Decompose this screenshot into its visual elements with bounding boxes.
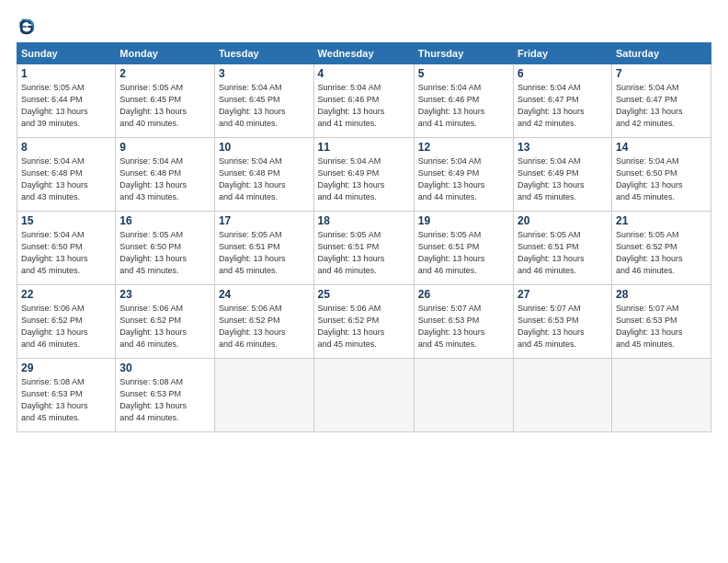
day-number: 13 (518, 141, 608, 154)
cell-info: Sunrise: 5:05 AMSunset: 6:51 PMDaylight:… (318, 229, 410, 277)
cell-info: Sunrise: 5:04 AMSunset: 6:48 PMDaylight:… (21, 155, 111, 203)
day-number: 14 (616, 141, 707, 154)
week-row-5: 29Sunrise: 5:08 AMSunset: 6:53 PMDayligh… (17, 359, 711, 432)
cell-info: Sunrise: 5:04 AMSunset: 6:47 PMDaylight:… (616, 82, 707, 130)
calendar-cell: 24Sunrise: 5:06 AMSunset: 6:52 PMDayligh… (214, 285, 313, 359)
day-number: 22 (21, 288, 111, 301)
calendar-cell: 13Sunrise: 5:04 AMSunset: 6:49 PMDayligh… (514, 138, 612, 212)
day-number: 3 (219, 67, 310, 80)
cell-info: Sunrise: 5:06 AMSunset: 6:52 PMDaylight:… (219, 303, 310, 350)
calendar-cell: 30Sunrise: 5:08 AMSunset: 6:53 PMDayligh… (116, 359, 215, 432)
calendar-cell: 17Sunrise: 5:05 AMSunset: 6:51 PMDayligh… (214, 212, 313, 285)
header (17, 17, 711, 37)
day-number: 24 (219, 288, 310, 301)
calendar-cell: 3Sunrise: 5:04 AMSunset: 6:45 PMDaylight… (214, 64, 313, 138)
page: SundayMondayTuesdayWednesdayThursdayFrid… (0, 0, 728, 563)
calendar-cell: 28Sunrise: 5:07 AMSunset: 6:53 PMDayligh… (611, 285, 711, 359)
cell-info: Sunrise: 5:08 AMSunset: 6:53 PMDaylight:… (21, 376, 111, 424)
cell-info: Sunrise: 5:05 AMSunset: 6:51 PMDaylight:… (219, 229, 310, 277)
calendar-cell: 26Sunrise: 5:07 AMSunset: 6:53 PMDayligh… (414, 285, 513, 359)
day-number: 17 (219, 214, 310, 227)
calendar-cell: 15Sunrise: 5:04 AMSunset: 6:50 PMDayligh… (17, 212, 116, 285)
cell-info: Sunrise: 5:05 AMSunset: 6:51 PMDaylight:… (518, 229, 608, 277)
cell-info: Sunrise: 5:04 AMSunset: 6:50 PMDaylight:… (616, 155, 707, 203)
cell-info: Sunrise: 5:07 AMSunset: 6:53 PMDaylight:… (418, 303, 509, 350)
calendar-cell: 21Sunrise: 5:05 AMSunset: 6:52 PMDayligh… (611, 212, 711, 285)
calendar-cell: 10Sunrise: 5:04 AMSunset: 6:48 PMDayligh… (214, 138, 313, 212)
day-number: 4 (318, 67, 410, 80)
week-row-4: 22Sunrise: 5:06 AMSunset: 6:52 PMDayligh… (17, 285, 711, 359)
week-row-1: 1Sunrise: 5:05 AMSunset: 6:44 PMDaylight… (17, 64, 711, 138)
day-number: 10 (219, 141, 310, 154)
cell-info: Sunrise: 5:05 AMSunset: 6:52 PMDaylight:… (616, 229, 707, 277)
col-header-sunday: Sunday (17, 43, 116, 64)
calendar-cell: 22Sunrise: 5:06 AMSunset: 6:52 PMDayligh… (17, 285, 116, 359)
cell-info: Sunrise: 5:04 AMSunset: 6:48 PMDaylight:… (219, 155, 310, 203)
cell-info: Sunrise: 5:04 AMSunset: 6:49 PMDaylight:… (318, 155, 410, 203)
day-number: 5 (418, 67, 509, 80)
calendar-cell: 6Sunrise: 5:04 AMSunset: 6:47 PMDaylight… (514, 64, 612, 138)
cell-info: Sunrise: 5:05 AMSunset: 6:50 PMDaylight:… (119, 229, 210, 277)
day-number: 28 (616, 288, 707, 301)
calendar-table: SundayMondayTuesdayWednesdayThursdayFrid… (17, 42, 711, 432)
day-number: 25 (318, 288, 410, 301)
logo-icon (17, 17, 37, 37)
calendar-cell: 12Sunrise: 5:04 AMSunset: 6:49 PMDayligh… (414, 138, 513, 212)
calendar-cell: 8Sunrise: 5:04 AMSunset: 6:48 PMDaylight… (17, 138, 116, 212)
cell-info: Sunrise: 5:05 AMSunset: 6:45 PMDaylight:… (119, 82, 210, 130)
cell-info: Sunrise: 5:04 AMSunset: 6:50 PMDaylight:… (21, 229, 111, 277)
day-number: 1 (21, 67, 111, 80)
calendar-cell: 5Sunrise: 5:04 AMSunset: 6:46 PMDaylight… (414, 64, 513, 138)
cell-info: Sunrise: 5:04 AMSunset: 6:49 PMDaylight:… (518, 155, 608, 203)
col-header-thursday: Thursday (414, 43, 513, 64)
day-number: 12 (418, 141, 509, 154)
cell-info: Sunrise: 5:07 AMSunset: 6:53 PMDaylight:… (616, 303, 707, 350)
day-number: 21 (616, 214, 707, 227)
calendar-cell: 16Sunrise: 5:05 AMSunset: 6:50 PMDayligh… (116, 212, 215, 285)
cell-info: Sunrise: 5:04 AMSunset: 6:45 PMDaylight:… (219, 82, 310, 130)
cell-info: Sunrise: 5:04 AMSunset: 6:46 PMDaylight:… (418, 82, 509, 130)
calendar-cell: 25Sunrise: 5:06 AMSunset: 6:52 PMDayligh… (313, 285, 414, 359)
calendar-cell (313, 359, 414, 432)
calendar-cell: 4Sunrise: 5:04 AMSunset: 6:46 PMDaylight… (313, 64, 414, 138)
col-header-wednesday: Wednesday (313, 43, 414, 64)
day-number: 27 (518, 288, 608, 301)
cell-info: Sunrise: 5:04 AMSunset: 6:46 PMDaylight:… (318, 82, 410, 130)
day-number: 30 (119, 362, 210, 374)
cell-info: Sunrise: 5:08 AMSunset: 6:53 PMDaylight:… (119, 376, 210, 424)
day-number: 6 (518, 67, 608, 80)
calendar-cell: 7Sunrise: 5:04 AMSunset: 6:47 PMDaylight… (611, 64, 711, 138)
calendar-cell: 19Sunrise: 5:05 AMSunset: 6:51 PMDayligh… (414, 212, 513, 285)
cell-info: Sunrise: 5:04 AMSunset: 6:48 PMDaylight:… (119, 155, 210, 203)
day-number: 2 (119, 67, 210, 80)
day-number: 7 (616, 67, 707, 80)
cell-info: Sunrise: 5:06 AMSunset: 6:52 PMDaylight:… (119, 303, 210, 350)
day-number: 16 (119, 214, 210, 227)
week-row-3: 15Sunrise: 5:04 AMSunset: 6:50 PMDayligh… (17, 212, 711, 285)
day-number: 9 (119, 141, 210, 154)
calendar-cell: 27Sunrise: 5:07 AMSunset: 6:53 PMDayligh… (514, 285, 612, 359)
col-header-friday: Friday (514, 43, 612, 64)
day-number: 18 (318, 214, 410, 227)
calendar-cell (214, 359, 313, 432)
day-number: 8 (21, 141, 111, 154)
calendar-cell: 11Sunrise: 5:04 AMSunset: 6:49 PMDayligh… (313, 138, 414, 212)
col-header-tuesday: Tuesday (214, 43, 313, 64)
calendar-cell (514, 359, 612, 432)
cell-info: Sunrise: 5:04 AMSunset: 6:49 PMDaylight:… (418, 155, 509, 203)
cell-info: Sunrise: 5:06 AMSunset: 6:52 PMDaylight:… (21, 303, 111, 350)
calendar-cell: 18Sunrise: 5:05 AMSunset: 6:51 PMDayligh… (313, 212, 414, 285)
calendar-cell: 14Sunrise: 5:04 AMSunset: 6:50 PMDayligh… (611, 138, 711, 212)
calendar-cell (611, 359, 711, 432)
day-number: 26 (418, 288, 509, 301)
calendar-cell: 1Sunrise: 5:05 AMSunset: 6:44 PMDaylight… (17, 64, 116, 138)
calendar-cell: 2Sunrise: 5:05 AMSunset: 6:45 PMDaylight… (116, 64, 215, 138)
day-number: 15 (21, 214, 111, 227)
cell-info: Sunrise: 5:05 AMSunset: 6:51 PMDaylight:… (418, 229, 509, 277)
col-header-saturday: Saturday (611, 43, 711, 64)
calendar-cell: 29Sunrise: 5:08 AMSunset: 6:53 PMDayligh… (17, 359, 116, 432)
week-row-2: 8Sunrise: 5:04 AMSunset: 6:48 PMDaylight… (17, 138, 711, 212)
calendar-cell (414, 359, 513, 432)
cell-info: Sunrise: 5:04 AMSunset: 6:47 PMDaylight:… (518, 82, 608, 130)
cell-info: Sunrise: 5:07 AMSunset: 6:53 PMDaylight:… (518, 303, 608, 350)
